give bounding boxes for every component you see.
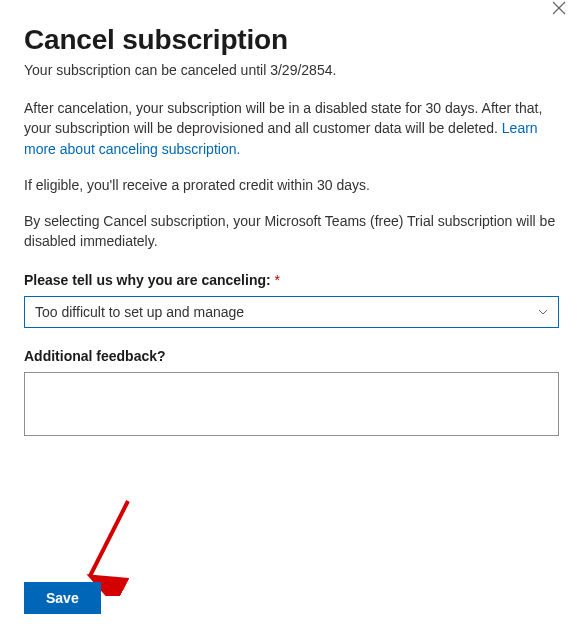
page-title: Cancel subscription	[24, 24, 559, 56]
para-disable-info: By selecting Cancel subscription, your M…	[24, 211, 559, 252]
para-cancelation-text: After cancelation, your subscription wil…	[24, 100, 542, 136]
reason-label: Please tell us why you are canceling: *	[24, 272, 559, 288]
reason-label-text: Please tell us why you are canceling:	[24, 272, 271, 288]
save-button[interactable]: Save	[24, 582, 101, 614]
feedback-textarea[interactable]	[24, 372, 559, 436]
reason-select[interactable]: Too difficult to set up and manage	[24, 296, 559, 328]
cancel-subscription-panel: Cancel subscription Your subscription ca…	[0, 0, 583, 440]
page-subtitle: Your subscription can be canceled until …	[24, 62, 559, 78]
required-asterisk: *	[275, 272, 280, 288]
svg-line-3	[90, 501, 128, 576]
reason-select-wrap: Too difficult to set up and manage	[24, 296, 559, 328]
feedback-label: Additional feedback?	[24, 348, 559, 364]
reason-select-value: Too difficult to set up and manage	[35, 304, 244, 320]
close-icon	[552, 1, 566, 15]
arrow-annotation	[78, 496, 138, 596]
close-button[interactable]	[549, 0, 569, 18]
para-credit-info: If eligible, you'll receive a prorated c…	[24, 175, 559, 195]
para-cancelation-info: After cancelation, your subscription wil…	[24, 98, 559, 159]
